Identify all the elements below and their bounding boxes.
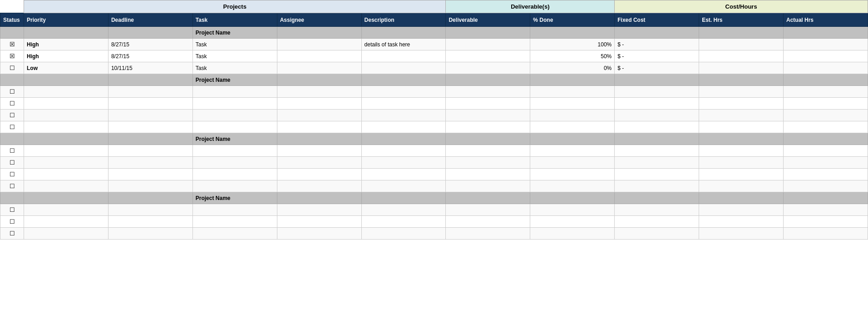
actual-hrs-cell[interactable]: [784, 121, 868, 133]
description-cell[interactable]: [361, 228, 446, 240]
task-cell[interactable]: Task: [192, 50, 277, 62]
fixed-cost-cell[interactable]: [615, 228, 699, 240]
est-hrs-cell[interactable]: [699, 62, 784, 74]
est-hrs-cell[interactable]: [699, 121, 784, 133]
pct-done-cell[interactable]: 100%: [530, 39, 615, 50]
assignee-cell[interactable]: [277, 228, 361, 240]
fixed-cost-cell[interactable]: [615, 157, 699, 169]
assignee-cell[interactable]: [277, 145, 361, 157]
deliverable-cell[interactable]: [446, 145, 530, 157]
description-cell[interactable]: [361, 50, 446, 62]
pct-done-cell[interactable]: [530, 98, 615, 110]
pct-done-cell[interactable]: [530, 228, 615, 240]
description-cell[interactable]: [361, 98, 446, 110]
pct-done-cell[interactable]: 50%: [530, 50, 615, 62]
assignee-cell[interactable]: [277, 204, 361, 216]
est-hrs-cell[interactable]: [699, 216, 784, 228]
status-checkbox[interactable]: ☐: [0, 228, 24, 240]
fixed-cost-cell[interactable]: [615, 110, 699, 121]
actual-hrs-cell[interactable]: [784, 86, 868, 98]
pct-done-cell[interactable]: [530, 169, 615, 180]
est-hrs-cell[interactable]: [699, 86, 784, 98]
fixed-cost-cell[interactable]: $ -: [615, 62, 699, 74]
description-cell[interactable]: [361, 145, 446, 157]
est-hrs-cell[interactable]: [699, 50, 784, 62]
pct-done-cell[interactable]: [530, 110, 615, 121]
description-cell[interactable]: [361, 216, 446, 228]
status-checkbox[interactable]: ☐: [0, 157, 24, 169]
task-cell[interactable]: [192, 110, 277, 121]
status-checkbox[interactable]: ☒: [0, 50, 24, 62]
actual-hrs-cell[interactable]: [784, 110, 868, 121]
project-name-cell[interactable]: Project Name: [192, 74, 277, 86]
assignee-cell[interactable]: [277, 110, 361, 121]
deliverable-cell[interactable]: [446, 228, 530, 240]
task-cell[interactable]: [192, 86, 277, 98]
description-cell[interactable]: [361, 157, 446, 169]
deliverable-cell[interactable]: [446, 216, 530, 228]
actual-hrs-cell[interactable]: [784, 98, 868, 110]
pct-done-cell[interactable]: [530, 145, 615, 157]
actual-hrs-cell[interactable]: [784, 228, 868, 240]
task-cell[interactable]: [192, 228, 277, 240]
project-name-cell[interactable]: Project Name: [192, 192, 277, 204]
pct-done-cell[interactable]: 0%: [530, 62, 615, 74]
description-cell[interactable]: [361, 86, 446, 98]
task-cell[interactable]: [192, 169, 277, 180]
fixed-cost-cell[interactable]: $ -: [615, 39, 699, 50]
deliverable-cell[interactable]: [446, 157, 530, 169]
assignee-cell[interactable]: [277, 86, 361, 98]
description-cell[interactable]: details of task here: [361, 39, 446, 50]
task-cell[interactable]: [192, 216, 277, 228]
status-checkbox[interactable]: ☐: [0, 145, 24, 157]
fixed-cost-cell[interactable]: [615, 86, 699, 98]
fixed-cost-cell[interactable]: [615, 216, 699, 228]
actual-hrs-cell[interactable]: [784, 50, 868, 62]
deliverable-cell[interactable]: [446, 50, 530, 62]
est-hrs-cell[interactable]: [699, 228, 784, 240]
pct-done-cell[interactable]: [530, 204, 615, 216]
status-checkbox[interactable]: ☐: [0, 216, 24, 228]
status-checkbox[interactable]: ☐: [0, 180, 24, 192]
deliverable-cell[interactable]: [446, 169, 530, 180]
actual-hrs-cell[interactable]: [784, 216, 868, 228]
task-cell[interactable]: Task: [192, 62, 277, 74]
task-cell[interactable]: [192, 180, 277, 192]
pct-done-cell[interactable]: [530, 121, 615, 133]
actual-hrs-cell[interactable]: [784, 62, 868, 74]
description-cell[interactable]: [361, 121, 446, 133]
actual-hrs-cell[interactable]: [784, 145, 868, 157]
task-cell[interactable]: [192, 157, 277, 169]
assignee-cell[interactable]: [277, 50, 361, 62]
est-hrs-cell[interactable]: [699, 145, 784, 157]
est-hrs-cell[interactable]: [699, 110, 784, 121]
actual-hrs-cell[interactable]: [784, 157, 868, 169]
pct-done-cell[interactable]: [530, 216, 615, 228]
assignee-cell[interactable]: [277, 98, 361, 110]
fixed-cost-cell[interactable]: [615, 145, 699, 157]
actual-hrs-cell[interactable]: [784, 169, 868, 180]
status-checkbox[interactable]: ☐: [0, 86, 24, 98]
status-checkbox[interactable]: ☐: [0, 62, 24, 74]
assignee-cell[interactable]: [277, 216, 361, 228]
actual-hrs-cell[interactable]: [784, 180, 868, 192]
pct-done-cell[interactable]: [530, 86, 615, 98]
task-cell[interactable]: [192, 145, 277, 157]
deliverable-cell[interactable]: [446, 204, 530, 216]
assignee-cell[interactable]: [277, 157, 361, 169]
task-cell[interactable]: Task: [192, 39, 277, 50]
deliverable-cell[interactable]: [446, 110, 530, 121]
fixed-cost-cell[interactable]: [615, 204, 699, 216]
status-checkbox[interactable]: ☐: [0, 204, 24, 216]
status-checkbox[interactable]: ☐: [0, 98, 24, 110]
actual-hrs-cell[interactable]: [784, 39, 868, 50]
pct-done-cell[interactable]: [530, 157, 615, 169]
actual-hrs-cell[interactable]: [784, 204, 868, 216]
deliverable-cell[interactable]: [446, 121, 530, 133]
assignee-cell[interactable]: [277, 180, 361, 192]
project-name-cell[interactable]: Project Name: [192, 27, 277, 39]
assignee-cell[interactable]: [277, 169, 361, 180]
deliverable-cell[interactable]: [446, 98, 530, 110]
fixed-cost-cell[interactable]: [615, 169, 699, 180]
status-checkbox[interactable]: ☐: [0, 110, 24, 121]
